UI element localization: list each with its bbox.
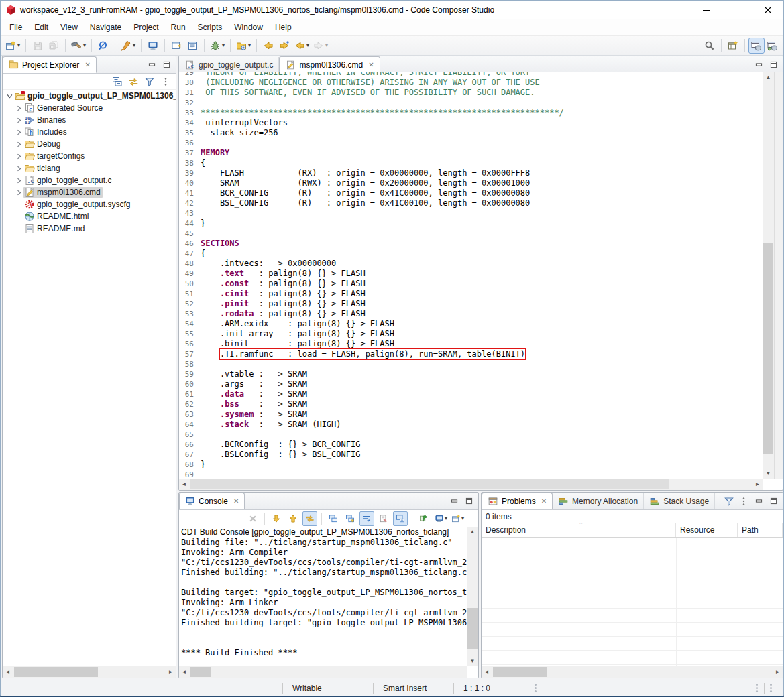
menu-project[interactable]: Project: [127, 21, 164, 34]
code-line[interactable]: 59 .vtable : > SRAM: [179, 369, 763, 379]
last-edit-location-button[interactable]: ▾: [292, 38, 311, 54]
scroll-thumb[interactable]: [493, 667, 547, 677]
scroll-up-icon[interactable]: ▲: [467, 527, 478, 537]
scroll-right-icon[interactable]: ►: [752, 479, 763, 490]
chevron-right-icon[interactable]: [14, 129, 23, 135]
clean-button[interactable]: [95, 38, 111, 54]
tree-item[interactable]: README.html: [3, 210, 176, 223]
code-line[interactable]: 64 .stack : > SRAM (HIGH): [179, 420, 763, 430]
scroll-lock-button[interactable]: [393, 511, 408, 526]
debug-bug-button[interactable]: ▾: [208, 38, 227, 54]
minimize-part-icon[interactable]: [752, 495, 765, 507]
outline-view-button[interactable]: [184, 38, 201, 54]
tree-item[interactable]: targetConfigs: [3, 150, 176, 162]
link-editor-button[interactable]: [127, 76, 139, 88]
statusbar-grip[interactable]: [770, 684, 773, 692]
scroll-down-icon[interactable]: ▼: [467, 656, 478, 666]
problems-hscrollbar[interactable]: ◄ ►: [482, 666, 783, 678]
search-button[interactable]: [702, 38, 718, 54]
console-hscrollbar[interactable]: ◄: [179, 666, 467, 678]
ccs-debug-perspective-button[interactable]: [765, 38, 781, 54]
editor-tab[interactable]: mspm0l1306.cmd✕: [279, 56, 380, 73]
code-line[interactable]: 68}: [179, 460, 763, 470]
filter-button[interactable]: [723, 495, 735, 507]
problems-table-body[interactable]: [482, 538, 783, 666]
code-line[interactable]: 36: [179, 138, 763, 148]
code-line[interactable]: 29 THEORY OF LIABILITY, WHETHER IN CONTR…: [179, 72, 763, 78]
code-line[interactable]: 42 BSL_CONFIG (R) : origin = 0x41C00100,…: [179, 198, 763, 208]
dropdown-caret-icon[interactable]: ▾: [83, 42, 86, 48]
dropdown-caret-icon[interactable]: ▾: [445, 515, 447, 521]
tree-item[interactable]: cGenerated Source: [3, 102, 176, 114]
scroll-thumb[interactable]: [14, 667, 98, 677]
tab-stack-usage[interactable]: Stack Usage: [644, 493, 715, 509]
maximize-part-icon[interactable]: [463, 495, 475, 507]
show-stdout-button[interactable]: [326, 511, 341, 526]
chevron-right-icon[interactable]: [14, 141, 23, 147]
tree-item-project[interactable]: gpio_toggle_output_LP_MSPM0L1306_nortos_…: [3, 90, 176, 102]
code-line[interactable]: 35--stack_size=256: [179, 128, 763, 138]
code-line[interactable]: 45: [179, 229, 763, 239]
dropdown-caret-icon[interactable]: ▾: [461, 515, 464, 521]
dropdown-caret-icon[interactable]: ▾: [133, 42, 135, 48]
tab-console[interactable]: Console ✕: [179, 493, 245, 509]
chevron-right-icon[interactable]: [14, 190, 23, 196]
code-line[interactable]: 67 .BSLConfig : {} > BSL_CONFIG: [179, 450, 763, 460]
scroll-right-icon[interactable]: ►: [773, 666, 783, 678]
minimize-button[interactable]: [691, 1, 722, 19]
code-line[interactable]: 46SECTIONS: [179, 239, 763, 249]
scroll-right-icon[interactable]: ►: [166, 666, 176, 678]
source-refresh-button[interactable]: [168, 38, 184, 54]
code-line[interactable]: 57 .TI.ramfunc : load = FLASH, palign(8)…: [179, 349, 763, 359]
minimize-part-icon[interactable]: [752, 59, 765, 71]
scroll-thumb[interactable]: [190, 479, 669, 489]
code-line[interactable]: 66 .BCRConfig : {} > BCR_CONFIG: [179, 440, 763, 450]
console-vscrollbar[interactable]: ▲ ▼: [467, 527, 478, 666]
code-line[interactable]: 65: [179, 430, 763, 440]
tree-item[interactable]: ticlang: [3, 162, 176, 174]
code-line[interactable]: 33**************************************…: [179, 108, 763, 118]
editor-hscrollbar[interactable]: ◄ ►: [179, 479, 763, 490]
code-line[interactable]: 43: [179, 208, 763, 218]
chevron-right-icon[interactable]: [14, 166, 23, 172]
build-hammer-button[interactable]: ▾: [69, 38, 88, 54]
tree-item[interactable]: hIncludes: [3, 126, 176, 138]
open-console-button[interactable]: ▾: [450, 511, 465, 526]
scroll-down-icon[interactable]: ▼: [763, 468, 774, 479]
minimize-part-icon[interactable]: [146, 59, 158, 71]
code-line[interactable]: 41 BCR_CONFIG (R) : origin = 0x41C00000,…: [179, 188, 763, 198]
arrow-down-button[interactable]: [269, 511, 284, 526]
terminate-button[interactable]: [245, 511, 260, 526]
close-tab-icon[interactable]: ✕: [368, 61, 374, 68]
clear-console-button[interactable]: [376, 511, 391, 526]
display-console-button[interactable]: ▾: [433, 511, 448, 526]
code-line[interactable]: 60 .args : > SRAM: [179, 379, 763, 389]
code-line[interactable]: 51 .cinit : palign(8) {} > FLASH: [179, 289, 763, 299]
menu-edit[interactable]: Edit: [28, 21, 54, 34]
console-body[interactable]: CDT Build Console [gpio_toggle_output_LP…: [179, 527, 467, 666]
dropdown-caret-icon[interactable]: ▾: [17, 42, 20, 48]
tree-item[interactable]: .cgpio_toggle_output.c: [3, 174, 176, 186]
chevron-right-icon[interactable]: [14, 153, 23, 160]
code-line[interactable]: 30 (INCLUDING NEGLIGENCE OR OTHERWISE) A…: [179, 78, 763, 88]
save-button[interactable]: [30, 38, 46, 54]
code-line[interactable]: 32: [179, 98, 763, 108]
close-button[interactable]: [752, 1, 783, 19]
tree-item[interactable]: Debug: [3, 138, 176, 150]
code-line[interactable]: 63 .sysmem : > SRAM: [179, 409, 763, 420]
tree-item[interactable]: mspm0l1306.cmd: [3, 186, 176, 198]
menu-help[interactable]: Help: [269, 21, 298, 34]
view-menu-button[interactable]: [160, 76, 172, 88]
menu-window[interactable]: Window: [228, 21, 269, 34]
code-line[interactable]: 40 SRAM (RWX) : origin = 0x20000000, len…: [179, 178, 763, 188]
code-line[interactable]: 31 OF THIS SOFTWARE, EVEN IF ADVISED OF …: [179, 88, 763, 98]
menu-view[interactable]: View: [54, 21, 84, 34]
tree-item[interactable]: Sgpio_toggle_output.syscfg: [3, 198, 176, 210]
scroll-left-icon[interactable]: ◄: [3, 666, 13, 678]
menu-file[interactable]: File: [3, 21, 28, 34]
flash-button[interactable]: ▾: [119, 38, 137, 54]
code-line[interactable]: 53 .rodata : palign(8) {} > FLASH: [179, 309, 763, 319]
column-header-path[interactable]: Path: [738, 523, 783, 537]
scroll-up-icon[interactable]: ▲: [763, 72, 774, 82]
collapse-all-button[interactable]: [111, 76, 123, 88]
